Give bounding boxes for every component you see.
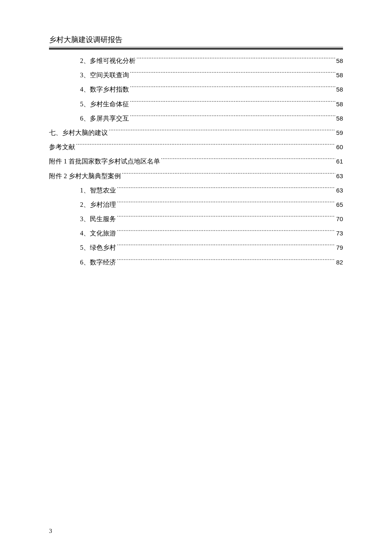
- toc-dots: [161, 157, 335, 163]
- toc-entry: 附件 2 乡村大脑典型案例 63: [49, 169, 343, 183]
- toc-page: 65: [336, 198, 343, 211]
- toc-entry: 6、多屏共享交互 58: [49, 111, 343, 125]
- toc-dots: [117, 200, 335, 207]
- toc-page: 73: [336, 226, 343, 240]
- toc-entry: 1、智慧农业 63: [49, 183, 343, 197]
- toc-page: 58: [336, 83, 343, 96]
- toc-label: 1、智慧农业: [80, 183, 116, 197]
- toc-entry: 2、多维可视化分析 58: [49, 54, 343, 68]
- toc-entry: 3、民生服务 70: [49, 212, 343, 226]
- toc-label: 2、多维可视化分析: [80, 54, 136, 68]
- header-title: 乡村大脑建设调研报告: [49, 35, 343, 47]
- toc-label: 6、多屏共享交互: [80, 111, 129, 125]
- page-number: 3: [49, 528, 52, 535]
- toc-entry: 2、乡村治理 65: [49, 197, 343, 212]
- toc-dots: [130, 71, 335, 77]
- toc-dots: [136, 56, 335, 63]
- toc-entry: 附件 1 首批国家数字乡村试点地区名单 61: [49, 154, 343, 168]
- toc-label: 4、文化旅游: [80, 226, 116, 240]
- toc-label: 2、乡村治理: [80, 197, 116, 212]
- toc-page: 70: [336, 212, 343, 226]
- toc-entry: 5、乡村生命体征 58: [49, 97, 343, 111]
- toc-label: 3、民生服务: [80, 212, 116, 226]
- toc-dots: [130, 114, 335, 121]
- toc-label: 附件 2 乡村大脑典型案例: [49, 169, 121, 183]
- toc-entry: 5、绿色乡村 79: [49, 240, 343, 255]
- toc-page: 59: [336, 126, 343, 139]
- toc-label: 附件 1 首批国家数字乡村试点地区名单: [49, 154, 160, 168]
- toc-entry: 参考文献 60: [49, 140, 343, 154]
- toc-label: 七、乡村大脑的建议: [49, 125, 108, 140]
- toc-page: 58: [336, 97, 343, 111]
- toc-dots: [117, 258, 335, 264]
- toc-label: 5、乡村生命体征: [80, 97, 129, 111]
- toc-page: 63: [336, 169, 343, 183]
- toc-label: 6、数字经济: [80, 255, 116, 269]
- toc-entry: 6、数字经济 82: [49, 255, 343, 269]
- toc-page: 63: [336, 184, 343, 197]
- header-divider: [49, 47, 343, 49]
- toc-dots: [117, 215, 335, 221]
- toc-dots: [130, 85, 335, 92]
- toc-dots: [76, 143, 335, 149]
- toc-page: 58: [336, 68, 343, 82]
- toc-page: 82: [336, 255, 343, 269]
- toc-label: 4、数字乡村指数: [80, 82, 129, 96]
- document-header: 乡村大脑建设调研报告: [49, 35, 343, 49]
- toc-entry: 3、空间关联查询 58: [49, 68, 343, 82]
- table-of-contents: 2、多维可视化分析 58 3、空间关联查询 58 4、数字乡村指数 58 5、乡…: [49, 54, 343, 269]
- toc-page: 58: [336, 54, 343, 67]
- toc-entry: 4、数字乡村指数 58: [49, 82, 343, 96]
- toc-page: 79: [336, 241, 343, 254]
- toc-dots: [117, 229, 335, 235]
- toc-dots: [130, 100, 335, 106]
- toc-label: 3、空间关联查询: [80, 68, 129, 82]
- toc-label: 参考文献: [49, 140, 75, 154]
- toc-page: 60: [336, 140, 343, 154]
- toc-page: 61: [336, 154, 343, 168]
- toc-entry: 七、乡村大脑的建议 59: [49, 125, 343, 140]
- toc-dots: [122, 172, 335, 178]
- toc-entry: 4、文化旅游 73: [49, 226, 343, 240]
- toc-dots: [109, 128, 335, 135]
- toc-page: 58: [336, 112, 343, 125]
- toc-label: 5、绿色乡村: [80, 240, 116, 255]
- toc-dots: [117, 186, 335, 192]
- toc-dots: [117, 243, 335, 250]
